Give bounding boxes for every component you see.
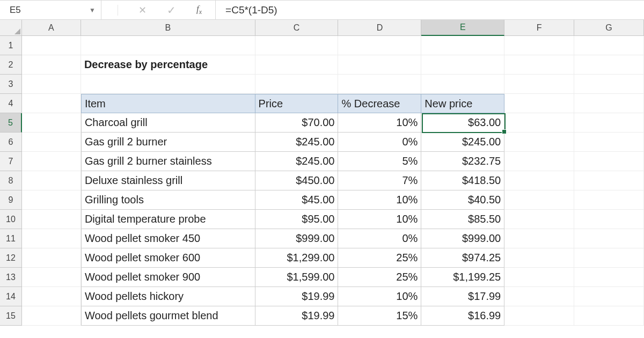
cell-g5[interactable] [574,113,644,133]
cell-b4[interactable]: Item [81,94,255,113]
row-header-3[interactable]: 3 [0,75,22,94]
cell-g6[interactable] [574,133,644,152]
col-header-e[interactable]: E [421,20,504,36]
cell-c2[interactable] [255,55,339,75]
row-header-11[interactable]: 11 [0,229,22,248]
cell-b7[interactable]: Gas grill 2 burner stainless [81,152,255,171]
cell-c9[interactable]: $45.00 [255,190,339,210]
cell-b8[interactable]: Deluxe stainless grill [81,171,255,190]
cell-f13[interactable] [504,268,574,287]
row-header-12[interactable]: 12 [0,248,22,268]
cell-b2[interactable]: Decrease by percentage [81,55,255,75]
cell-c15[interactable]: $19.99 [255,306,339,326]
cell-d4[interactable]: % Decrease [338,94,421,113]
cell-f15[interactable] [504,306,574,326]
cell-c3[interactable] [255,75,339,94]
cell-g3[interactable] [574,75,644,94]
row-header-15[interactable]: 15 [0,306,22,326]
row-header-9[interactable]: 9 [0,190,22,210]
cell-a3[interactable] [22,75,81,94]
cell-d5[interactable]: 10% [338,113,421,133]
cell-c4[interactable]: Price [255,94,339,113]
cell-c10[interactable]: $95.00 [255,210,339,229]
cell-d10[interactable]: 10% [338,210,421,229]
cell-f1[interactable] [504,36,574,55]
cell-e8[interactable]: $418.50 [421,171,504,190]
cell-c11[interactable]: $999.00 [255,229,339,248]
cell-a14[interactable] [22,287,81,306]
cell-a13[interactable] [22,268,81,287]
col-header-d[interactable]: D [338,20,421,36]
row-header-1[interactable]: 1 [0,36,22,55]
cell-b13[interactable]: Wood pellet smoker 900 [81,268,255,287]
cell-f8[interactable] [504,171,574,190]
cell-a11[interactable] [22,229,81,248]
spreadsheet-grid[interactable]: A B C D E F G 1 2 Decrease by percentage [0,20,644,326]
cell-d12[interactable]: 25% [338,248,421,268]
cell-c13[interactable]: $1,599.00 [255,268,339,287]
cell-e12[interactable]: $974.25 [421,248,504,268]
cell-a6[interactable] [22,133,81,152]
cell-b3[interactable] [81,75,255,94]
cell-d1[interactable] [338,36,421,55]
cell-b12[interactable]: Wood pellet smoker 600 [81,248,255,268]
cell-f11[interactable] [504,229,574,248]
cell-a8[interactable] [22,171,81,190]
cell-g12[interactable] [574,248,644,268]
cell-c8[interactable]: $450.00 [255,171,339,190]
cell-f7[interactable] [504,152,574,171]
cell-e15[interactable]: $16.99 [421,306,504,326]
cell-f9[interactable] [504,190,574,210]
row-header-14[interactable]: 14 [0,287,22,306]
row-header-2[interactable]: 2 [0,55,22,75]
cell-f12[interactable] [504,248,574,268]
cell-e13[interactable]: $1,199.25 [421,268,504,287]
row-header-6[interactable]: 6 [0,133,22,152]
cell-e4[interactable]: New price [421,94,504,113]
cell-a2[interactable] [22,55,81,75]
cell-b5[interactable]: Charcoal grill [81,113,255,133]
cell-b6[interactable]: Gas grill 2 burner [81,133,255,152]
cell-d11[interactable]: 0% [338,229,421,248]
cell-d9[interactable]: 10% [338,190,421,210]
cell-e10[interactable]: $85.50 [421,210,504,229]
cell-b10[interactable]: Digital temperature probe [81,210,255,229]
cell-g4[interactable] [574,94,644,113]
cell-c6[interactable]: $245.00 [255,133,339,152]
fx-icon[interactable]: fx [196,4,202,16]
formula-input[interactable]: =C5*(1-D5) [216,1,644,19]
row-header-8[interactable]: 8 [0,171,22,190]
col-header-b[interactable]: B [81,20,255,36]
cell-c1[interactable] [255,36,339,55]
cell-b11[interactable]: Wood pellet smoker 450 [81,229,255,248]
cell-d7[interactable]: 5% [338,152,421,171]
cell-g14[interactable] [574,287,644,306]
cell-c5[interactable]: $70.00 [255,113,339,133]
cell-e1[interactable] [421,36,504,55]
cell-d2[interactable] [338,55,421,75]
cell-b14[interactable]: Wood pellets hickory [81,287,255,306]
cell-e14[interactable]: $17.99 [421,287,504,306]
cell-f6[interactable] [504,133,574,152]
cell-g8[interactable] [574,171,644,190]
cell-e7[interactable]: $232.75 [421,152,504,171]
row-header-5[interactable]: 5 [0,113,22,133]
cell-f3[interactable] [504,75,574,94]
cell-d13[interactable]: 25% [338,268,421,287]
row-header-7[interactable]: 7 [0,152,22,171]
cell-a1[interactable] [22,36,81,55]
cell-d3[interactable] [338,75,421,94]
cell-a9[interactable] [22,190,81,210]
select-all-corner[interactable] [0,20,22,36]
cell-b9[interactable]: Grilling tools [81,190,255,210]
cell-e3[interactable] [421,75,504,94]
row-header-4[interactable]: 4 [0,94,22,113]
enter-icon[interactable]: ✓ [167,4,176,17]
cell-g13[interactable] [574,268,644,287]
col-header-f[interactable]: F [504,20,574,36]
cell-f2[interactable] [504,55,574,75]
cell-g7[interactable] [574,152,644,171]
cell-a4[interactable] [22,94,81,113]
cell-a5[interactable] [22,113,81,133]
cell-a15[interactable] [22,306,81,326]
